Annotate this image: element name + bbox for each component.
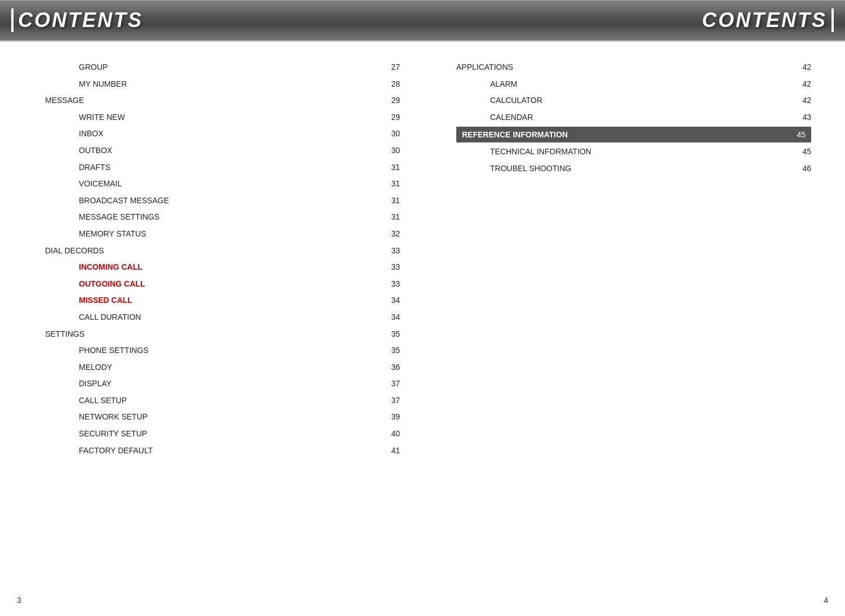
toc-page: 31 xyxy=(383,212,400,223)
toc-page: 30 xyxy=(383,145,400,157)
toc-label: PHONE SETTINGS xyxy=(79,345,383,356)
toc-page: 37 xyxy=(383,395,400,407)
toc-page: 45 xyxy=(794,146,811,158)
toc-entry: PHONE SETTINGS35 xyxy=(45,342,400,359)
toc-entry: NETWORK SETUP39 xyxy=(45,409,400,426)
toc-label: DISPLAY xyxy=(79,378,383,390)
page-number-right: 4 xyxy=(824,596,828,605)
toc-page: 45 xyxy=(789,130,806,139)
toc-label: TROUBEL SHOOTING xyxy=(490,163,794,175)
toc-entry: OUTGOING CALL33 xyxy=(45,276,400,293)
toc-entry: SECURITY SETUP40 xyxy=(45,426,400,443)
toc-label: WRITE NEW xyxy=(79,112,383,123)
toc-entry: GROUP27 xyxy=(45,59,400,76)
toc-label: MESSAGE SETTINGS xyxy=(79,212,383,223)
left-column: GROUP27MY NUMBER28MESSAGE29WRITE NEW29IN… xyxy=(45,59,422,459)
main-content: GROUP27MY NUMBER28MESSAGE29WRITE NEW29IN… xyxy=(0,42,845,476)
toc-label: INBOX xyxy=(79,128,383,140)
toc-entry: CALL DURATION34 xyxy=(45,309,400,326)
toc-page: 39 xyxy=(383,412,400,423)
toc-label: BROADCAST MESSAGE xyxy=(79,195,383,207)
toc-page: 40 xyxy=(383,428,400,440)
toc-entry: MESSAGE29 xyxy=(45,92,400,109)
toc-label: OUTGOING CALL xyxy=(79,279,383,290)
toc-label: GROUP xyxy=(79,62,383,73)
toc-entry: MISSED CALL34 xyxy=(45,292,400,309)
toc-page: 31 xyxy=(383,178,400,190)
toc-entry: MEMORY STATUS32 xyxy=(45,226,400,243)
toc-page: 32 xyxy=(383,229,400,240)
toc-page: 35 xyxy=(383,345,400,356)
toc-entry: VOICEMAIL31 xyxy=(45,176,400,193)
toc-page: 33 xyxy=(383,245,400,257)
toc-entry: CALL SETUP37 xyxy=(45,392,400,409)
toc-page: 31 xyxy=(383,162,400,173)
toc-page: 27 xyxy=(383,62,400,73)
toc-label: OUTBOX xyxy=(79,145,383,157)
toc-page: 35 xyxy=(383,329,400,340)
toc-page: 29 xyxy=(383,112,400,123)
toc-label: CALCULATOR xyxy=(490,95,794,106)
toc-label: FACTORY DEFAULT xyxy=(79,445,383,457)
right-column: APPLICATIONS42ALARM42CALCULATOR42CALENDA… xyxy=(422,59,811,459)
toc-page: 33 xyxy=(383,262,400,273)
toc-page: 29 xyxy=(383,95,400,106)
toc-label: DRAFTS xyxy=(79,162,383,173)
toc-entry: SETTINGS35 xyxy=(45,326,400,343)
toc-entry: WRITE NEW29 xyxy=(45,109,400,126)
toc-label: CALL SETUP xyxy=(79,395,383,407)
page-number-left: 3 xyxy=(17,596,21,605)
toc-entry: MESSAGE SETTINGS31 xyxy=(45,209,400,226)
toc-label: MEMORY STATUS xyxy=(79,229,383,240)
toc-label: DIAL DECORDS xyxy=(45,245,383,257)
toc-page: 30 xyxy=(383,128,400,140)
toc-page: 41 xyxy=(383,445,400,457)
toc-label: REFERENCE INFORMATION xyxy=(462,130,789,139)
toc-entry: BROADCAST MESSAGE31 xyxy=(45,193,400,209)
toc-page: 42 xyxy=(794,62,811,73)
toc-label: ALARM xyxy=(490,79,794,90)
page-header: CONTENTS CONTENTS xyxy=(0,0,845,41)
toc-label: SECURITY SETUP xyxy=(79,428,383,440)
toc-page: 31 xyxy=(383,195,400,207)
toc-entry: INBOX30 xyxy=(45,126,400,142)
toc-label: MELODY xyxy=(79,362,383,373)
toc-label: INCOMING CALL xyxy=(79,262,383,273)
toc-entry: DRAFTS31 xyxy=(45,159,400,176)
toc-reference-info-row: REFERENCE INFORMATION45 xyxy=(456,127,811,142)
header-title-right: CONTENTS xyxy=(702,8,834,32)
toc-label: MISSED CALL xyxy=(79,295,383,306)
toc-page: 33 xyxy=(383,279,400,290)
toc-label: TECHNICAL INFORMATION xyxy=(490,146,794,158)
toc-page: 28 xyxy=(383,79,400,90)
toc-entry: MY NUMBER28 xyxy=(45,76,400,93)
toc-entry: CALCULATOR42 xyxy=(456,92,811,109)
toc-label: APPLICATIONS xyxy=(456,62,794,73)
toc-label: MY NUMBER xyxy=(79,79,383,90)
toc-entry: FACTORY DEFAULT41 xyxy=(45,443,400,459)
toc-page: 34 xyxy=(383,312,400,323)
toc-page: 34 xyxy=(383,295,400,306)
page-footer: 3 4 xyxy=(0,596,845,605)
toc-entry: TECHNICAL INFORMATION45 xyxy=(456,144,811,160)
toc-label: CALENDAR xyxy=(490,112,794,123)
toc-entry: TROUBEL SHOOTING46 xyxy=(456,160,811,177)
toc-page: 36 xyxy=(383,362,400,373)
toc-page: 37 xyxy=(383,378,400,390)
header-title-left: CONTENTS xyxy=(11,8,143,32)
toc-entry: APPLICATIONS42 xyxy=(456,59,811,76)
toc-entry: CALENDAR43 xyxy=(456,109,811,126)
toc-entry: ALARM42 xyxy=(456,76,811,93)
toc-page: 42 xyxy=(794,95,811,106)
toc-page: 43 xyxy=(794,112,811,123)
toc-entry: OUTBOX30 xyxy=(45,142,400,159)
toc-page: 46 xyxy=(794,163,811,175)
toc-page: 42 xyxy=(794,79,811,90)
toc-label: VOICEMAIL xyxy=(79,178,383,190)
toc-entry: DIAL DECORDS33 xyxy=(45,243,400,260)
toc-entry: MELODY36 xyxy=(45,359,400,376)
toc-label: SETTINGS xyxy=(45,329,383,340)
toc-label: MESSAGE xyxy=(45,95,383,106)
toc-label: CALL DURATION xyxy=(79,312,383,323)
toc-label: NETWORK SETUP xyxy=(79,412,383,423)
